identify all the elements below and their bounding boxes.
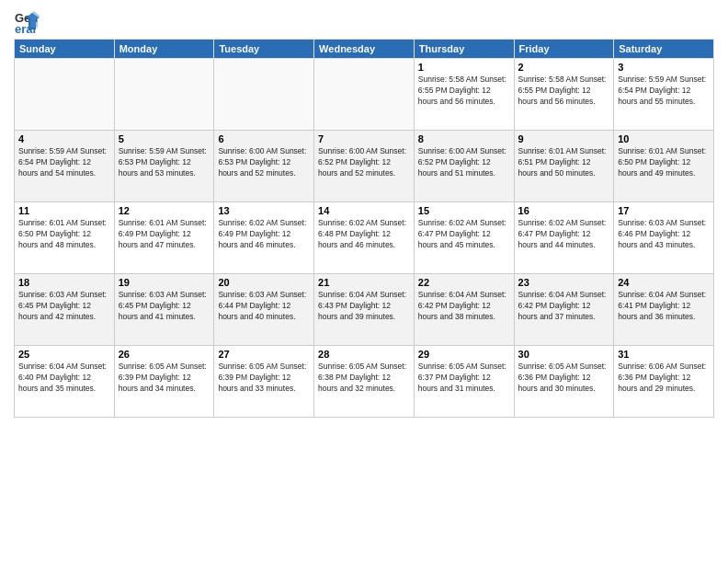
- cell-day-number: 20: [218, 277, 310, 288]
- cell-info: Sunrise: 6:05 AM Sunset: 6:39 PM Dayligh…: [218, 362, 310, 395]
- calendar-cell: 10Sunrise: 6:01 AM Sunset: 6:50 PM Dayli…: [614, 131, 714, 202]
- calendar-header-row: SundayMondayTuesdayWednesdayThursdayFrid…: [15, 40, 714, 59]
- calendar-cell: 29Sunrise: 6:05 AM Sunset: 6:37 PM Dayli…: [414, 346, 514, 418]
- cell-info: Sunrise: 5:58 AM Sunset: 6:55 PM Dayligh…: [418, 75, 510, 108]
- calendar-cell: 23Sunrise: 6:04 AM Sunset: 6:42 PM Dayli…: [514, 274, 614, 346]
- cell-day-number: 12: [119, 205, 210, 216]
- calendar-cell: [15, 59, 115, 131]
- calendar-cell: 28Sunrise: 6:05 AM Sunset: 6:38 PM Dayli…: [314, 346, 415, 418]
- cell-day-number: 18: [18, 277, 110, 288]
- cell-info: Sunrise: 6:03 AM Sunset: 6:45 PM Dayligh…: [18, 290, 110, 323]
- calendar-cell: 14Sunrise: 6:02 AM Sunset: 6:48 PM Dayli…: [314, 202, 415, 274]
- calendar-cell: 16Sunrise: 6:02 AM Sunset: 6:47 PM Dayli…: [514, 202, 614, 274]
- cell-day-number: 15: [418, 205, 510, 216]
- cell-info: Sunrise: 6:00 AM Sunset: 6:52 PM Dayligh…: [318, 146, 410, 179]
- weekday-header: Thursday: [414, 40, 514, 59]
- cell-info: Sunrise: 6:01 AM Sunset: 6:49 PM Dayligh…: [119, 218, 210, 251]
- calendar-cell: 30Sunrise: 6:05 AM Sunset: 6:36 PM Dayli…: [514, 346, 614, 418]
- cell-info: Sunrise: 6:00 AM Sunset: 6:52 PM Dayligh…: [418, 146, 510, 179]
- cell-info: Sunrise: 6:01 AM Sunset: 6:50 PM Dayligh…: [18, 218, 110, 251]
- cell-info: Sunrise: 6:03 AM Sunset: 6:45 PM Dayligh…: [119, 290, 210, 323]
- cell-day-number: 29: [418, 349, 510, 360]
- calendar-cell: 9Sunrise: 6:01 AM Sunset: 6:51 PM Daylig…: [514, 131, 614, 202]
- calendar-cell: 18Sunrise: 6:03 AM Sunset: 6:45 PM Dayli…: [15, 274, 115, 346]
- calendar-week-row: 25Sunrise: 6:04 AM Sunset: 6:40 PM Dayli…: [15, 346, 714, 418]
- weekday-header: Saturday: [614, 40, 714, 59]
- cell-day-number: 23: [518, 277, 610, 288]
- calendar-cell: 4Sunrise: 5:59 AM Sunset: 6:54 PM Daylig…: [15, 131, 115, 202]
- logo: Gen eral: [14, 9, 41, 35]
- cell-day-number: 10: [618, 133, 710, 144]
- cell-day-number: 3: [618, 62, 710, 73]
- cell-info: Sunrise: 6:02 AM Sunset: 6:47 PM Dayligh…: [418, 218, 510, 251]
- calendar-cell: 5Sunrise: 5:59 AM Sunset: 6:53 PM Daylig…: [114, 131, 214, 202]
- cell-day-number: 9: [518, 133, 610, 144]
- cell-info: Sunrise: 6:06 AM Sunset: 6:36 PM Dayligh…: [618, 362, 710, 395]
- calendar-cell: 12Sunrise: 6:01 AM Sunset: 6:49 PM Dayli…: [114, 202, 214, 274]
- calendar-cell: [314, 59, 415, 131]
- weekday-header: Monday: [114, 40, 214, 59]
- calendar-cell: [214, 59, 314, 131]
- cell-info: Sunrise: 5:59 AM Sunset: 6:54 PM Dayligh…: [18, 146, 110, 179]
- calendar-cell: 11Sunrise: 6:01 AM Sunset: 6:50 PM Dayli…: [15, 202, 115, 274]
- cell-info: Sunrise: 6:04 AM Sunset: 6:43 PM Dayligh…: [318, 290, 410, 323]
- calendar-cell: 2Sunrise: 5:58 AM Sunset: 6:55 PM Daylig…: [514, 59, 614, 131]
- page-container: Gen eral SundayMondayTuesdayWednesdayThu…: [0, 0, 728, 422]
- cell-day-number: 27: [218, 349, 310, 360]
- cell-info: Sunrise: 6:04 AM Sunset: 6:40 PM Dayligh…: [18, 362, 110, 395]
- calendar-cell: 22Sunrise: 6:04 AM Sunset: 6:42 PM Dayli…: [414, 274, 514, 346]
- calendar-cell: 24Sunrise: 6:04 AM Sunset: 6:41 PM Dayli…: [614, 274, 714, 346]
- cell-info: Sunrise: 6:05 AM Sunset: 6:39 PM Dayligh…: [119, 362, 210, 395]
- cell-day-number: 21: [318, 277, 410, 288]
- weekday-header: Friday: [514, 40, 614, 59]
- cell-info: Sunrise: 6:01 AM Sunset: 6:51 PM Dayligh…: [518, 146, 610, 179]
- calendar-cell: 6Sunrise: 6:00 AM Sunset: 6:53 PM Daylig…: [214, 131, 314, 202]
- cell-info: Sunrise: 6:01 AM Sunset: 6:50 PM Dayligh…: [618, 146, 710, 179]
- cell-info: Sunrise: 6:04 AM Sunset: 6:42 PM Dayligh…: [518, 290, 610, 323]
- cell-info: Sunrise: 5:59 AM Sunset: 6:54 PM Dayligh…: [618, 75, 710, 108]
- cell-info: Sunrise: 6:05 AM Sunset: 6:37 PM Dayligh…: [418, 362, 510, 395]
- calendar-cell: 7Sunrise: 6:00 AM Sunset: 6:52 PM Daylig…: [314, 131, 415, 202]
- cell-day-number: 16: [518, 205, 610, 216]
- cell-day-number: 19: [119, 277, 210, 288]
- cell-day-number: 30: [518, 349, 610, 360]
- cell-info: Sunrise: 6:05 AM Sunset: 6:36 PM Dayligh…: [518, 362, 610, 395]
- calendar-week-row: 11Sunrise: 6:01 AM Sunset: 6:50 PM Dayli…: [15, 202, 714, 274]
- calendar-cell: 13Sunrise: 6:02 AM Sunset: 6:49 PM Dayli…: [214, 202, 314, 274]
- cell-day-number: 31: [618, 349, 710, 360]
- cell-info: Sunrise: 6:02 AM Sunset: 6:48 PM Dayligh…: [318, 218, 410, 251]
- calendar-cell: 26Sunrise: 6:05 AM Sunset: 6:39 PM Dayli…: [114, 346, 214, 418]
- cell-day-number: 8: [418, 133, 510, 144]
- header: Gen eral: [14, 9, 714, 35]
- cell-info: Sunrise: 6:04 AM Sunset: 6:41 PM Dayligh…: [618, 290, 710, 323]
- cell-day-number: 26: [119, 349, 210, 360]
- calendar-cell: 8Sunrise: 6:00 AM Sunset: 6:52 PM Daylig…: [414, 131, 514, 202]
- calendar-cell: 27Sunrise: 6:05 AM Sunset: 6:39 PM Dayli…: [214, 346, 314, 418]
- cell-info: Sunrise: 6:05 AM Sunset: 6:38 PM Dayligh…: [318, 362, 410, 395]
- calendar-cell: 17Sunrise: 6:03 AM Sunset: 6:46 PM Dayli…: [614, 202, 714, 274]
- calendar-cell: 31Sunrise: 6:06 AM Sunset: 6:36 PM Dayli…: [614, 346, 714, 418]
- cell-day-number: 17: [618, 205, 710, 216]
- cell-day-number: 28: [318, 349, 410, 360]
- weekday-header: Wednesday: [314, 40, 415, 59]
- cell-day-number: 5: [119, 133, 210, 144]
- calendar-table: SundayMondayTuesdayWednesdayThursdayFrid…: [14, 39, 714, 418]
- cell-day-number: 6: [218, 133, 310, 144]
- weekday-header: Sunday: [15, 40, 115, 59]
- cell-info: Sunrise: 6:00 AM Sunset: 6:53 PM Dayligh…: [218, 146, 310, 179]
- cell-day-number: 1: [418, 62, 510, 73]
- calendar-cell: 19Sunrise: 6:03 AM Sunset: 6:45 PM Dayli…: [114, 274, 214, 346]
- cell-day-number: 25: [18, 349, 110, 360]
- cell-info: Sunrise: 5:58 AM Sunset: 6:55 PM Dayligh…: [518, 75, 610, 108]
- cell-day-number: 14: [318, 205, 410, 216]
- calendar-cell: [114, 59, 214, 131]
- cell-day-number: 24: [618, 277, 710, 288]
- calendar-week-row: 4Sunrise: 5:59 AM Sunset: 6:54 PM Daylig…: [15, 131, 714, 202]
- calendar-cell: 20Sunrise: 6:03 AM Sunset: 6:44 PM Dayli…: [214, 274, 314, 346]
- weekday-header: Tuesday: [214, 40, 314, 59]
- cell-day-number: 4: [18, 133, 110, 144]
- cell-info: Sunrise: 5:59 AM Sunset: 6:53 PM Dayligh…: [119, 146, 210, 179]
- calendar-week-row: 18Sunrise: 6:03 AM Sunset: 6:45 PM Dayli…: [15, 274, 714, 346]
- cell-day-number: 22: [418, 277, 510, 288]
- logo-icon: Gen eral: [14, 9, 40, 35]
